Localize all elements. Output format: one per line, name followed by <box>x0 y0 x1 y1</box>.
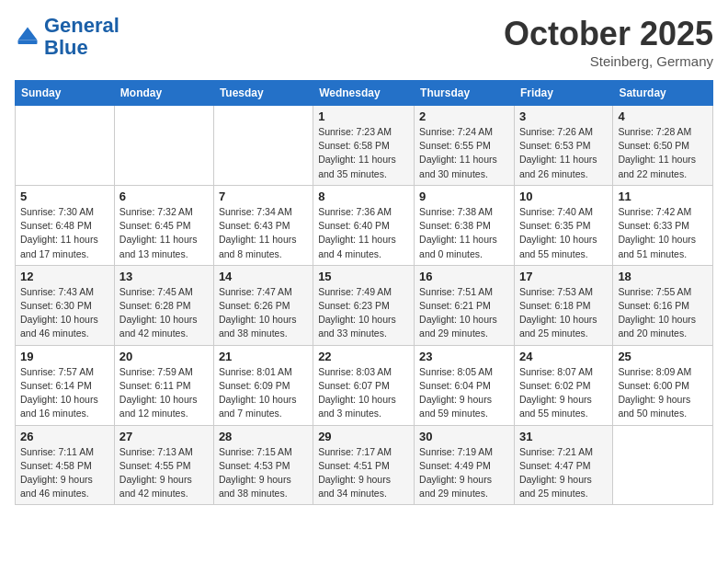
calendar-day-cell: 19Sunrise: 7:57 AM Sunset: 6:14 PM Dayli… <box>16 345 115 425</box>
logo-text: General Blue <box>44 15 119 59</box>
day-info: Sunrise: 8:03 AM Sunset: 6:07 PM Dayligh… <box>318 365 409 421</box>
day-number: 11 <box>618 190 708 203</box>
day-info: Sunrise: 7:49 AM Sunset: 6:23 PM Dayligh… <box>318 285 409 341</box>
calendar-day-cell: 28Sunrise: 7:15 AM Sunset: 4:53 PM Dayli… <box>213 425 313 505</box>
weekday-header: Friday <box>514 81 612 106</box>
day-info: Sunrise: 7:45 AM Sunset: 6:28 PM Dayligh… <box>119 285 209 341</box>
calendar-day-cell: 18Sunrise: 7:55 AM Sunset: 6:16 PM Dayli… <box>613 265 713 345</box>
day-number: 29 <box>318 430 409 443</box>
weekday-header: Wednesday <box>313 81 415 106</box>
weekday-header: Saturday <box>613 81 713 106</box>
calendar-day-cell: 13Sunrise: 7:45 AM Sunset: 6:28 PM Dayli… <box>114 265 213 345</box>
calendar-day-cell: 14Sunrise: 7:47 AM Sunset: 6:26 PM Dayli… <box>213 265 313 345</box>
day-number: 1 <box>318 109 409 123</box>
day-number: 30 <box>419 430 509 443</box>
day-number: 7 <box>219 190 308 203</box>
day-info: Sunrise: 7:34 AM Sunset: 6:43 PM Dayligh… <box>219 205 308 261</box>
logo-line2: Blue <box>44 36 88 59</box>
calendar-day-cell: 24Sunrise: 8:07 AM Sunset: 6:02 PM Dayli… <box>514 345 612 425</box>
calendar-day-cell: 7Sunrise: 7:34 AM Sunset: 6:43 PM Daylig… <box>213 185 313 265</box>
day-number: 3 <box>519 109 608 123</box>
day-number: 5 <box>20 190 109 203</box>
calendar-table: SundayMondayTuesdayWednesdayThursdayFrid… <box>15 80 713 505</box>
day-info: Sunrise: 7:47 AM Sunset: 6:26 PM Dayligh… <box>219 285 308 341</box>
calendar-day-cell <box>613 425 713 505</box>
calendar-day-cell: 1Sunrise: 7:23 AM Sunset: 6:58 PM Daylig… <box>313 106 415 186</box>
calendar-day-cell: 5Sunrise: 7:30 AM Sunset: 6:48 PM Daylig… <box>16 185 115 265</box>
calendar-day-cell: 4Sunrise: 7:28 AM Sunset: 6:50 PM Daylig… <box>613 106 713 186</box>
calendar-day-cell: 26Sunrise: 7:11 AM Sunset: 4:58 PM Dayli… <box>16 425 115 505</box>
day-info: Sunrise: 7:13 AM Sunset: 4:55 PM Dayligh… <box>119 445 209 501</box>
calendar-day-cell: 3Sunrise: 7:26 AM Sunset: 6:53 PM Daylig… <box>514 106 612 186</box>
calendar-day-cell: 23Sunrise: 8:05 AM Sunset: 6:04 PM Dayli… <box>415 345 515 425</box>
day-number: 19 <box>20 350 109 363</box>
day-number: 27 <box>119 430 209 443</box>
weekday-header: Thursday <box>415 81 515 106</box>
day-info: Sunrise: 7:55 AM Sunset: 6:16 PM Dayligh… <box>618 285 708 341</box>
day-number: 31 <box>519 430 608 443</box>
day-number: 26 <box>20 430 109 443</box>
day-info: Sunrise: 8:07 AM Sunset: 6:02 PM Dayligh… <box>519 365 608 421</box>
calendar-day-cell: 30Sunrise: 7:19 AM Sunset: 4:49 PM Dayli… <box>415 425 515 505</box>
calendar-day-cell: 22Sunrise: 8:03 AM Sunset: 6:07 PM Dayli… <box>313 345 415 425</box>
svg-rect-1 <box>18 40 38 44</box>
day-number: 9 <box>419 190 509 203</box>
day-number: 14 <box>219 270 308 283</box>
day-number: 8 <box>318 190 409 203</box>
calendar-day-cell: 31Sunrise: 7:21 AM Sunset: 4:47 PM Dayli… <box>514 425 612 505</box>
calendar-day-cell: 20Sunrise: 7:59 AM Sunset: 6:11 PM Dayli… <box>114 345 213 425</box>
day-info: Sunrise: 8:01 AM Sunset: 6:09 PM Dayligh… <box>219 365 308 421</box>
day-info: Sunrise: 7:21 AM Sunset: 4:47 PM Dayligh… <box>519 445 608 501</box>
day-number: 28 <box>219 430 308 443</box>
calendar-week-row: 1Sunrise: 7:23 AM Sunset: 6:58 PM Daylig… <box>16 106 713 186</box>
calendar-day-cell: 8Sunrise: 7:36 AM Sunset: 6:40 PM Daylig… <box>313 185 415 265</box>
day-number: 12 <box>20 270 109 283</box>
svg-marker-0 <box>18 28 38 40</box>
page-header: General Blue October 2025 Steinberg, Ger… <box>15 15 713 69</box>
calendar-week-row: 19Sunrise: 7:57 AM Sunset: 6:14 PM Dayli… <box>16 345 713 425</box>
day-info: Sunrise: 7:42 AM Sunset: 6:33 PM Dayligh… <box>618 205 708 261</box>
day-info: Sunrise: 7:19 AM Sunset: 4:49 PM Dayligh… <box>419 445 509 501</box>
logo-line1: General <box>44 14 119 37</box>
day-number: 4 <box>618 109 708 123</box>
calendar-day-cell: 21Sunrise: 8:01 AM Sunset: 6:09 PM Dayli… <box>213 345 313 425</box>
month-title: October 2025 <box>504 15 713 53</box>
day-info: Sunrise: 8:05 AM Sunset: 6:04 PM Dayligh… <box>419 365 509 421</box>
weekday-header-row: SundayMondayTuesdayWednesdayThursdayFrid… <box>16 81 713 106</box>
day-info: Sunrise: 7:17 AM Sunset: 4:51 PM Dayligh… <box>318 445 409 501</box>
day-number: 15 <box>318 270 409 283</box>
day-number: 21 <box>219 350 308 363</box>
location: Steinberg, Germany <box>504 53 713 69</box>
day-number: 13 <box>119 270 209 283</box>
weekday-header: Tuesday <box>213 81 313 106</box>
calendar-week-row: 5Sunrise: 7:30 AM Sunset: 6:48 PM Daylig… <box>16 185 713 265</box>
calendar-day-cell: 6Sunrise: 7:32 AM Sunset: 6:45 PM Daylig… <box>114 185 213 265</box>
day-info: Sunrise: 7:11 AM Sunset: 4:58 PM Dayligh… <box>20 445 109 501</box>
calendar-day-cell: 15Sunrise: 7:49 AM Sunset: 6:23 PM Dayli… <box>313 265 415 345</box>
day-info: Sunrise: 7:36 AM Sunset: 6:40 PM Dayligh… <box>318 205 409 261</box>
day-number: 23 <box>419 350 509 363</box>
day-number: 16 <box>419 270 509 283</box>
day-info: Sunrise: 7:26 AM Sunset: 6:53 PM Dayligh… <box>519 125 608 181</box>
calendar-day-cell: 2Sunrise: 7:24 AM Sunset: 6:55 PM Daylig… <box>415 106 515 186</box>
calendar-day-cell: 29Sunrise: 7:17 AM Sunset: 4:51 PM Dayli… <box>313 425 415 505</box>
day-number: 10 <box>519 190 608 203</box>
calendar-day-cell: 16Sunrise: 7:51 AM Sunset: 6:21 PM Dayli… <box>415 265 515 345</box>
title-block: October 2025 Steinberg, Germany <box>504 15 713 69</box>
calendar-day-cell: 10Sunrise: 7:40 AM Sunset: 6:35 PM Dayli… <box>514 185 612 265</box>
day-info: Sunrise: 7:23 AM Sunset: 6:58 PM Dayligh… <box>318 125 409 181</box>
day-info: Sunrise: 7:38 AM Sunset: 6:38 PM Dayligh… <box>419 205 509 261</box>
calendar-day-cell: 11Sunrise: 7:42 AM Sunset: 6:33 PM Dayli… <box>613 185 713 265</box>
calendar-day-cell: 9Sunrise: 7:38 AM Sunset: 6:38 PM Daylig… <box>415 185 515 265</box>
calendar-day-cell <box>16 106 115 186</box>
day-info: Sunrise: 7:24 AM Sunset: 6:55 PM Dayligh… <box>419 125 509 181</box>
day-info: Sunrise: 7:40 AM Sunset: 6:35 PM Dayligh… <box>519 205 608 261</box>
logo: General Blue <box>15 15 119 59</box>
logo-icon <box>15 24 40 50</box>
day-info: Sunrise: 7:30 AM Sunset: 6:48 PM Dayligh… <box>20 205 109 261</box>
calendar-day-cell: 17Sunrise: 7:53 AM Sunset: 6:18 PM Dayli… <box>514 265 612 345</box>
weekday-header: Monday <box>114 81 213 106</box>
calendar-day-cell <box>114 106 213 186</box>
calendar-week-row: 26Sunrise: 7:11 AM Sunset: 4:58 PM Dayli… <box>16 425 713 505</box>
day-info: Sunrise: 7:57 AM Sunset: 6:14 PM Dayligh… <box>20 365 109 421</box>
